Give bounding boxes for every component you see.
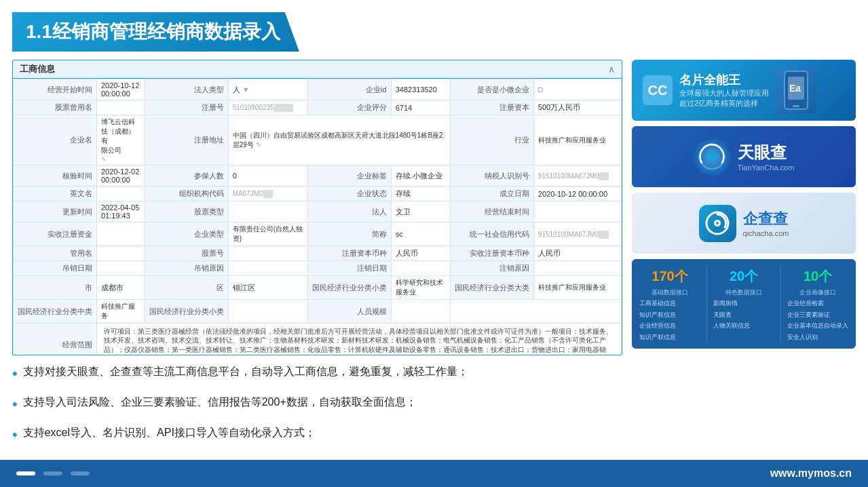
- table-row: 管用名 股票号 注册资本币种 人民币 实收注册资本币种 人民币: [14, 246, 622, 261]
- table-row: 股票曾用名 注册号 51010900235████ 企业评分 6714 注册资本…: [14, 100, 622, 115]
- field-value: 2020-10-12 00:00:00: [97, 79, 145, 100]
- table-row: 核验时间 2020-12-02 00:00:00 参保人数 0 企业标签 存续.…: [14, 165, 622, 187]
- field-label: 参保人数: [145, 165, 228, 187]
- field-value: [391, 300, 450, 324]
- field-label: 更新时间: [14, 201, 97, 222]
- stat-label-3: 企业画像接口: [785, 288, 850, 297]
- stat-label-2: 特色数据接口: [711, 288, 776, 297]
- field-label: 注册资本币种: [307, 246, 391, 261]
- footer-dot-2[interactable]: [43, 471, 62, 475]
- field-value: 有限责任公司(自然人独资): [228, 222, 307, 246]
- field-value: 2020-12-02 00:00:00: [97, 165, 145, 187]
- field-label: 企业类型: [145, 222, 228, 246]
- field-value: [533, 261, 621, 276]
- stat-divider: [706, 266, 707, 342]
- tianyanzha-logo: [694, 138, 731, 176]
- field-value: 3482313520: [391, 79, 450, 100]
- field-value: [450, 300, 621, 324]
- field-label: 经营开始时间: [14, 79, 97, 100]
- field-value: 存续.小微企业: [391, 165, 450, 187]
- stat-item: 企业基本信息自动录入: [785, 321, 850, 331]
- field-value: 91510100MA67JM0██: [533, 222, 621, 246]
- field-value: 科技推广服务: [97, 300, 145, 324]
- field-label: 吊销原因: [145, 261, 228, 276]
- field-value: [97, 222, 145, 246]
- field-label: 英文名: [14, 187, 97, 201]
- right-sidebar: CC 名片全能王 全球最强大的人脉管理应用 超过2亿商务精英的选择 Ea: [632, 60, 856, 455]
- stat-item: 人物关联信息: [711, 321, 776, 331]
- field-value: [97, 246, 145, 261]
- field-label: 企业状态: [307, 187, 391, 201]
- field-value: 存续: [391, 187, 450, 201]
- field-value: [97, 261, 145, 276]
- field-value: 6714: [391, 100, 450, 115]
- main-layout: 工商信息 ∧ 经营开始时间 2020-10-12 00:00:00 法人类型 人…: [0, 60, 868, 455]
- form-card-header: 工商信息 ∧: [13, 60, 622, 79]
- svg-rect-2: [793, 105, 799, 107]
- ad-mingpian[interactable]: CC 名片全能王 全球最强大的人脉管理应用 超过2亿商务精英的选择 Ea: [632, 60, 856, 121]
- field-label: 注销原因: [450, 261, 533, 276]
- footer: www.mymos.cn: [0, 460, 868, 487]
- field-value: [228, 261, 307, 276]
- table-row: 企业名 博飞云信科技（成都）有限公司✎ 注册地址 中国（四川）自由贸易试验区成都…: [14, 115, 622, 165]
- bullet-dot-2: •: [12, 393, 18, 415]
- footer-dot-3[interactable]: [71, 471, 90, 475]
- bullet-text-1: 支持对接天眼查、企查查等主流工商信息平台，自动导入工商信息，避免重复，减轻工作量…: [23, 364, 468, 380]
- field-label: 法人类型: [145, 79, 228, 100]
- field-label: 企业标签: [307, 165, 391, 187]
- stat-col-2: 20个 特色数据接口 新闻舆情 天眼查 人物关联信息: [711, 266, 776, 342]
- field-value: 人民币: [391, 246, 450, 261]
- bullet-item-2: • 支持导入司法风险、企业三要素验证、信用报告等200+数据，自动获取全面信息；: [12, 394, 622, 415]
- stat-divider: [780, 266, 781, 342]
- field-label: 注册号: [145, 100, 228, 115]
- ad-phone-image: Ea: [776, 66, 816, 114]
- field-label: 人员规模: [307, 300, 391, 324]
- field-value: [97, 187, 145, 201]
- table-row: 经营开始时间 2020-10-12 00:00:00 法人类型 人 ▼ 企业id…: [14, 79, 622, 100]
- form-card: 工商信息 ∧ 经营开始时间 2020-10-12 00:00:00 法人类型 人…: [12, 60, 622, 355]
- field-value: [228, 300, 307, 324]
- stat-count-1: 170个: [637, 266, 702, 287]
- field-label: 是否是小微企业: [450, 79, 533, 100]
- ad-tianyanzha[interactable]: 天眼查 TianYanCha.com: [632, 126, 856, 187]
- field-value: 2022-04-05 01:19:43: [97, 201, 145, 222]
- field-label: 行业: [450, 115, 533, 165]
- svg-text:Ea: Ea: [789, 83, 801, 94]
- field-value: [228, 246, 307, 261]
- stat-item: 知识产权信息: [637, 332, 702, 343]
- field-value: 科技推广和应用服务业: [533, 115, 621, 165]
- table-row: 经营范围 许可项目：第三类医疗器械经营（依法须经批准的项目，经相关部门批准后方可…: [14, 324, 622, 356]
- field-value: [391, 261, 450, 276]
- stat-item: 企业经营检索: [785, 298, 850, 309]
- table-row: 市 成都市 区 锦江区 国民经济行业分类小类 科学研究和技术服务业 国民经济行业…: [14, 276, 622, 300]
- field-label: 区: [145, 276, 228, 300]
- field-value: 人 ▼: [228, 79, 307, 100]
- page-title: 1.1经销商管理经销商数据录入: [26, 19, 280, 45]
- field-label: 企业评分: [307, 100, 391, 115]
- field-label: 法人: [307, 201, 391, 222]
- left-content: 工商信息 ∧ 经营开始时间 2020-10-12 00:00:00 法人类型 人…: [12, 60, 622, 455]
- table-row: 更新时间 2022-04-05 01:19:43 股票类型 法人 文卫 经营结束…: [14, 201, 622, 222]
- bullet-section: • 支持对接天眼查、企查查等主流工商信息平台，自动导入工商信息，避免重复，减轻工…: [12, 364, 622, 455]
- collapse-icon[interactable]: ∧: [608, 64, 615, 75]
- stat-item: 工商基础信息: [637, 298, 702, 309]
- field-label: 国民经济行业分类中类: [14, 300, 97, 324]
- business-scope-value: 许可项目：第三类医疗器械经营（依法须经批准的项目，经相关部门批准后方可开展经营活…: [97, 324, 622, 356]
- stat-col-1: 170个 基础数据接口 工商基础信息 知识产权信息 企业经营信息 知识产权信息: [637, 266, 702, 342]
- qichacha-text: 企查查 qichacha.com: [743, 209, 789, 237]
- field-label: 注册地址: [145, 115, 228, 165]
- field-value: [533, 201, 621, 222]
- field-value: MA67JM0██: [228, 187, 307, 201]
- stats-card: 170个 基础数据接口 工商基础信息 知识产权信息 企业经营信息 知识产权信息 …: [632, 259, 856, 349]
- ad-qichacha[interactable]: 企查查 qichacha.com: [632, 193, 856, 254]
- field-value: 文卫: [391, 201, 450, 222]
- field-label: 实收注册资本币种: [450, 246, 533, 261]
- field-label: 管用名: [14, 246, 97, 261]
- field-label: 成立日期: [450, 187, 533, 201]
- field-label: 股票曾用名: [14, 100, 97, 115]
- field-value: 人民币: [533, 246, 621, 261]
- footer-dot-1[interactable]: [16, 471, 35, 475]
- table-row: 吊销日期 吊销原因 注销日期 注销原因: [14, 261, 622, 276]
- field-label: 国民经济行业分类大类: [450, 276, 533, 300]
- svg-point-8: [716, 222, 719, 225]
